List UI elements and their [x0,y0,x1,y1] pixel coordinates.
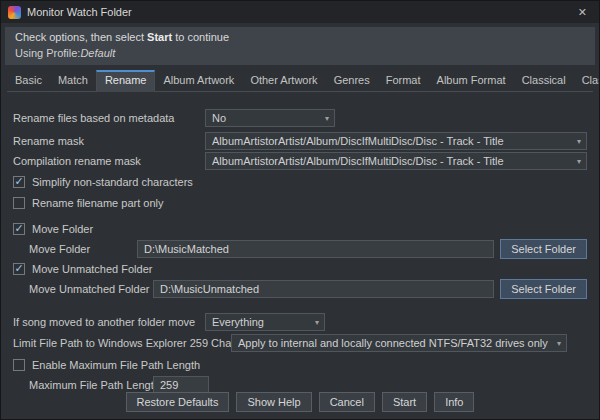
title-bar: Monitor Watch Folder ✕ [1,1,599,23]
song-moved-value: Everything [212,316,309,328]
instruction-start-word: Start [147,31,172,43]
compilation-mask-value: AlbumArtistorArtist/Album/DiscIfMultiDis… [212,155,571,167]
chevron-down-icon: ▾ [577,157,581,166]
move-unmatched-check-label[interactable]: Move Unmatched Folder [32,263,152,275]
rename-metadata-select[interactable]: No ▾ [205,109,335,127]
simplify-chars-row: ✓ Simplify non-standard characters [13,172,587,192]
rename-metadata-label: Rename files based on metadata [13,112,205,124]
rename-part-only-label[interactable]: Rename filename part only [32,197,163,209]
limit-path-row: Limit File Path to Windows Explorer 259 … [13,333,587,353]
rename-metadata-value: No [212,112,319,124]
rename-mask-select[interactable]: AlbumArtistorArtist/Album/DiscIfMultiDis… [205,132,587,150]
tab-bar: Basic Match Rename Album Artwork Other A… [7,70,593,92]
tab-album-artwork[interactable]: Album Artwork [155,70,242,91]
close-button[interactable]: ✕ [573,5,592,20]
monitor-watch-folder-window: Monitor Watch Folder ✕ Check options, th… [0,0,600,420]
instruction-banner: Check options, then select Start to cont… [5,27,595,65]
song-moved-row: If song moved to another folder move Eve… [13,312,587,332]
move-unmatched-label: Move Unmatched Folder [29,283,147,295]
move-folder-check-row: ✓ Move Folder [13,219,587,239]
footer-button-bar: Restore Defaults Show Help Cancel Start … [1,389,599,419]
tab-format[interactable]: Format [378,70,429,91]
move-folder-row: Move Folder Select Folder [13,239,587,259]
enable-max-length-row: Enable Maximum File Path Length [13,355,587,375]
song-moved-label: If song moved to another folder move [13,316,205,328]
move-folder-check-label[interactable]: Move Folder [32,223,93,235]
tab-classical-advanced[interactable]: Classical Advanced [574,70,600,91]
profile-value: Default [80,47,115,59]
rename-metadata-row: Rename files based on metadata No ▾ [13,108,587,128]
enable-max-length-checkbox[interactable] [13,359,25,371]
move-unmatched-select-folder-button[interactable]: Select Folder [500,279,587,299]
rename-part-only-checkbox[interactable] [13,197,25,209]
start-button[interactable]: Start [382,392,427,412]
restore-defaults-button[interactable]: Restore Defaults [126,392,230,412]
move-folder-input[interactable] [137,240,494,258]
check-icon: ✓ [14,176,23,187]
rename-mask-label: Rename mask [13,135,205,147]
check-icon: ✓ [14,263,23,274]
profile-text: Using Profile:Default [15,47,585,59]
instruction-pre: Check options, then select [15,31,147,43]
move-folder-checkbox[interactable]: ✓ [13,223,25,235]
compilation-mask-select[interactable]: AlbumArtistorArtist/Album/DiscIfMultiDis… [205,152,587,170]
profile-pre: Using Profile: [15,47,80,59]
rename-mask-value: AlbumArtistorArtist/Album/DiscIfMultiDis… [212,135,571,147]
move-unmatched-input[interactable] [153,280,494,298]
chevron-down-icon: ▾ [325,114,329,123]
move-unmatched-row: Move Unmatched Folder Select Folder [13,279,587,299]
move-folder-label: Move Folder [29,243,131,255]
tab-album-format[interactable]: Album Format [429,70,514,91]
close-icon: ✕ [578,6,587,18]
rename-mask-row: Rename mask AlbumArtistorArtist/Album/Di… [13,131,587,151]
move-unmatched-check-row: ✓ Move Unmatched Folder [13,259,587,279]
rename-part-only-row: Rename filename part only [13,193,587,213]
window-title: Monitor Watch Folder [27,6,132,18]
tab-match[interactable]: Match [50,70,96,91]
tab-genres[interactable]: Genres [326,70,378,91]
app-icon [8,6,21,19]
chevron-down-icon: ▾ [577,137,581,146]
compilation-mask-row: Compilation rename mask AlbumArtistorArt… [13,151,587,171]
compilation-mask-label: Compilation rename mask [13,155,205,167]
tab-other-artwork[interactable]: Other Artwork [242,70,325,91]
tab-rename[interactable]: Rename [96,70,156,92]
limit-path-label: Limit File Path to Windows Explorer 259 … [13,337,231,349]
enable-max-length-label[interactable]: Enable Maximum File Path Length [32,359,200,371]
instruction-post: to continue [172,31,229,43]
info-button[interactable]: Info [434,392,474,412]
limit-path-value: Apply to internal and locally connected … [238,337,551,349]
cancel-button[interactable]: Cancel [319,392,375,412]
tab-basic[interactable]: Basic [7,70,50,91]
move-folder-select-folder-button[interactable]: Select Folder [500,239,587,259]
instruction-text: Check options, then select Start to cont… [15,31,585,43]
move-unmatched-checkbox[interactable]: ✓ [13,263,25,275]
show-help-button[interactable]: Show Help [236,392,311,412]
tab-classical[interactable]: Classical [514,70,574,91]
simplify-chars-checkbox[interactable]: ✓ [13,176,25,188]
chevron-down-icon: ▾ [315,318,319,327]
chevron-down-icon: ▾ [557,339,561,348]
rename-tab-panel: Rename files based on metadata No ▾ Rena… [1,92,599,389]
song-moved-select[interactable]: Everything ▾ [205,313,325,331]
check-icon: ✓ [14,223,23,234]
limit-path-select[interactable]: Apply to internal and locally connected … [231,334,567,352]
simplify-chars-label[interactable]: Simplify non-standard characters [32,176,193,188]
